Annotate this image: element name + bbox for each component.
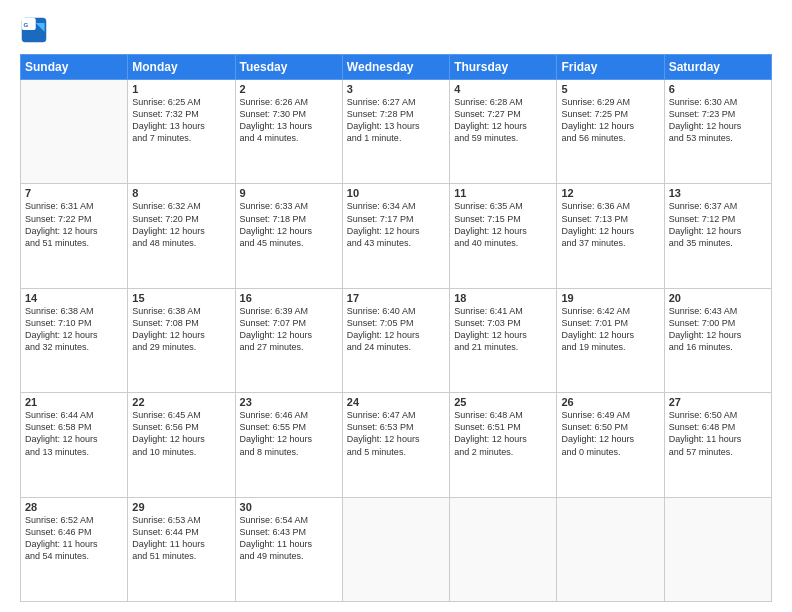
calendar-week-row: 28Sunrise: 6:52 AM Sunset: 6:46 PM Dayli… bbox=[21, 497, 772, 601]
calendar-cell: 8Sunrise: 6:32 AM Sunset: 7:20 PM Daylig… bbox=[128, 184, 235, 288]
calendar-table: SundayMondayTuesdayWednesdayThursdayFrid… bbox=[20, 54, 772, 602]
calendar-day-header: Wednesday bbox=[342, 55, 449, 80]
calendar-day-header: Sunday bbox=[21, 55, 128, 80]
page: G SundayMondayTuesdayWednesdayThursdayFr… bbox=[0, 0, 792, 612]
cell-info: Sunrise: 6:46 AM Sunset: 6:55 PM Dayligh… bbox=[240, 409, 338, 458]
calendar-cell: 15Sunrise: 6:38 AM Sunset: 7:08 PM Dayli… bbox=[128, 288, 235, 392]
day-number: 13 bbox=[669, 187, 767, 199]
day-number: 26 bbox=[561, 396, 659, 408]
calendar-day-header: Thursday bbox=[450, 55, 557, 80]
day-number: 1 bbox=[132, 83, 230, 95]
day-number: 19 bbox=[561, 292, 659, 304]
calendar-cell: 28Sunrise: 6:52 AM Sunset: 6:46 PM Dayli… bbox=[21, 497, 128, 601]
day-number: 4 bbox=[454, 83, 552, 95]
cell-info: Sunrise: 6:26 AM Sunset: 7:30 PM Dayligh… bbox=[240, 96, 338, 145]
day-number: 24 bbox=[347, 396, 445, 408]
cell-info: Sunrise: 6:27 AM Sunset: 7:28 PM Dayligh… bbox=[347, 96, 445, 145]
day-number: 12 bbox=[561, 187, 659, 199]
day-number: 21 bbox=[25, 396, 123, 408]
calendar-day-header: Friday bbox=[557, 55, 664, 80]
calendar-cell: 14Sunrise: 6:38 AM Sunset: 7:10 PM Dayli… bbox=[21, 288, 128, 392]
cell-info: Sunrise: 6:28 AM Sunset: 7:27 PM Dayligh… bbox=[454, 96, 552, 145]
cell-info: Sunrise: 6:31 AM Sunset: 7:22 PM Dayligh… bbox=[25, 200, 123, 249]
cell-info: Sunrise: 6:42 AM Sunset: 7:01 PM Dayligh… bbox=[561, 305, 659, 354]
calendar-cell: 19Sunrise: 6:42 AM Sunset: 7:01 PM Dayli… bbox=[557, 288, 664, 392]
calendar-cell: 26Sunrise: 6:49 AM Sunset: 6:50 PM Dayli… bbox=[557, 393, 664, 497]
calendar-cell: 2Sunrise: 6:26 AM Sunset: 7:30 PM Daylig… bbox=[235, 80, 342, 184]
calendar-cell: 6Sunrise: 6:30 AM Sunset: 7:23 PM Daylig… bbox=[664, 80, 771, 184]
calendar-cell: 16Sunrise: 6:39 AM Sunset: 7:07 PM Dayli… bbox=[235, 288, 342, 392]
cell-info: Sunrise: 6:44 AM Sunset: 6:58 PM Dayligh… bbox=[25, 409, 123, 458]
cell-info: Sunrise: 6:45 AM Sunset: 6:56 PM Dayligh… bbox=[132, 409, 230, 458]
day-number: 23 bbox=[240, 396, 338, 408]
calendar-cell: 22Sunrise: 6:45 AM Sunset: 6:56 PM Dayli… bbox=[128, 393, 235, 497]
calendar-cell: 23Sunrise: 6:46 AM Sunset: 6:55 PM Dayli… bbox=[235, 393, 342, 497]
calendar-week-row: 14Sunrise: 6:38 AM Sunset: 7:10 PM Dayli… bbox=[21, 288, 772, 392]
day-number: 5 bbox=[561, 83, 659, 95]
calendar-day-header: Saturday bbox=[664, 55, 771, 80]
calendar-cell bbox=[664, 497, 771, 601]
day-number: 11 bbox=[454, 187, 552, 199]
calendar-cell: 3Sunrise: 6:27 AM Sunset: 7:28 PM Daylig… bbox=[342, 80, 449, 184]
cell-info: Sunrise: 6:34 AM Sunset: 7:17 PM Dayligh… bbox=[347, 200, 445, 249]
day-number: 10 bbox=[347, 187, 445, 199]
calendar-cell: 12Sunrise: 6:36 AM Sunset: 7:13 PM Dayli… bbox=[557, 184, 664, 288]
cell-info: Sunrise: 6:30 AM Sunset: 7:23 PM Dayligh… bbox=[669, 96, 767, 145]
cell-info: Sunrise: 6:33 AM Sunset: 7:18 PM Dayligh… bbox=[240, 200, 338, 249]
calendar-cell: 20Sunrise: 6:43 AM Sunset: 7:00 PM Dayli… bbox=[664, 288, 771, 392]
day-number: 15 bbox=[132, 292, 230, 304]
day-number: 25 bbox=[454, 396, 552, 408]
day-number: 20 bbox=[669, 292, 767, 304]
cell-info: Sunrise: 6:50 AM Sunset: 6:48 PM Dayligh… bbox=[669, 409, 767, 458]
day-number: 14 bbox=[25, 292, 123, 304]
calendar-cell: 11Sunrise: 6:35 AM Sunset: 7:15 PM Dayli… bbox=[450, 184, 557, 288]
calendar-cell: 25Sunrise: 6:48 AM Sunset: 6:51 PM Dayli… bbox=[450, 393, 557, 497]
calendar-cell: 18Sunrise: 6:41 AM Sunset: 7:03 PM Dayli… bbox=[450, 288, 557, 392]
cell-info: Sunrise: 6:35 AM Sunset: 7:15 PM Dayligh… bbox=[454, 200, 552, 249]
day-number: 6 bbox=[669, 83, 767, 95]
cell-info: Sunrise: 6:48 AM Sunset: 6:51 PM Dayligh… bbox=[454, 409, 552, 458]
cell-info: Sunrise: 6:37 AM Sunset: 7:12 PM Dayligh… bbox=[669, 200, 767, 249]
cell-info: Sunrise: 6:40 AM Sunset: 7:05 PM Dayligh… bbox=[347, 305, 445, 354]
calendar-cell bbox=[21, 80, 128, 184]
day-number: 3 bbox=[347, 83, 445, 95]
cell-info: Sunrise: 6:52 AM Sunset: 6:46 PM Dayligh… bbox=[25, 514, 123, 563]
calendar-cell: 5Sunrise: 6:29 AM Sunset: 7:25 PM Daylig… bbox=[557, 80, 664, 184]
calendar-cell: 4Sunrise: 6:28 AM Sunset: 7:27 PM Daylig… bbox=[450, 80, 557, 184]
day-number: 17 bbox=[347, 292, 445, 304]
cell-info: Sunrise: 6:38 AM Sunset: 7:08 PM Dayligh… bbox=[132, 305, 230, 354]
day-number: 29 bbox=[132, 501, 230, 513]
day-number: 18 bbox=[454, 292, 552, 304]
day-number: 22 bbox=[132, 396, 230, 408]
day-number: 8 bbox=[132, 187, 230, 199]
day-number: 30 bbox=[240, 501, 338, 513]
calendar-day-header: Tuesday bbox=[235, 55, 342, 80]
calendar-cell: 13Sunrise: 6:37 AM Sunset: 7:12 PM Dayli… bbox=[664, 184, 771, 288]
day-number: 28 bbox=[25, 501, 123, 513]
calendar-cell bbox=[450, 497, 557, 601]
cell-info: Sunrise: 6:38 AM Sunset: 7:10 PM Dayligh… bbox=[25, 305, 123, 354]
calendar-cell: 21Sunrise: 6:44 AM Sunset: 6:58 PM Dayli… bbox=[21, 393, 128, 497]
calendar-cell: 29Sunrise: 6:53 AM Sunset: 6:44 PM Dayli… bbox=[128, 497, 235, 601]
logo-icon: G bbox=[20, 16, 48, 44]
cell-info: Sunrise: 6:41 AM Sunset: 7:03 PM Dayligh… bbox=[454, 305, 552, 354]
cell-info: Sunrise: 6:39 AM Sunset: 7:07 PM Dayligh… bbox=[240, 305, 338, 354]
day-number: 27 bbox=[669, 396, 767, 408]
calendar-cell: 27Sunrise: 6:50 AM Sunset: 6:48 PM Dayli… bbox=[664, 393, 771, 497]
calendar-week-row: 21Sunrise: 6:44 AM Sunset: 6:58 PM Dayli… bbox=[21, 393, 772, 497]
header: G bbox=[20, 16, 772, 44]
day-number: 2 bbox=[240, 83, 338, 95]
calendar-cell: 10Sunrise: 6:34 AM Sunset: 7:17 PM Dayli… bbox=[342, 184, 449, 288]
cell-info: Sunrise: 6:29 AM Sunset: 7:25 PM Dayligh… bbox=[561, 96, 659, 145]
calendar-cell bbox=[342, 497, 449, 601]
calendar-cell: 30Sunrise: 6:54 AM Sunset: 6:43 PM Dayli… bbox=[235, 497, 342, 601]
calendar-week-row: 1Sunrise: 6:25 AM Sunset: 7:32 PM Daylig… bbox=[21, 80, 772, 184]
svg-text:G: G bbox=[24, 21, 29, 28]
calendar-cell: 24Sunrise: 6:47 AM Sunset: 6:53 PM Dayli… bbox=[342, 393, 449, 497]
cell-info: Sunrise: 6:54 AM Sunset: 6:43 PM Dayligh… bbox=[240, 514, 338, 563]
calendar-cell: 9Sunrise: 6:33 AM Sunset: 7:18 PM Daylig… bbox=[235, 184, 342, 288]
calendar-cell bbox=[557, 497, 664, 601]
cell-info: Sunrise: 6:53 AM Sunset: 6:44 PM Dayligh… bbox=[132, 514, 230, 563]
cell-info: Sunrise: 6:25 AM Sunset: 7:32 PM Dayligh… bbox=[132, 96, 230, 145]
calendar-day-header: Monday bbox=[128, 55, 235, 80]
